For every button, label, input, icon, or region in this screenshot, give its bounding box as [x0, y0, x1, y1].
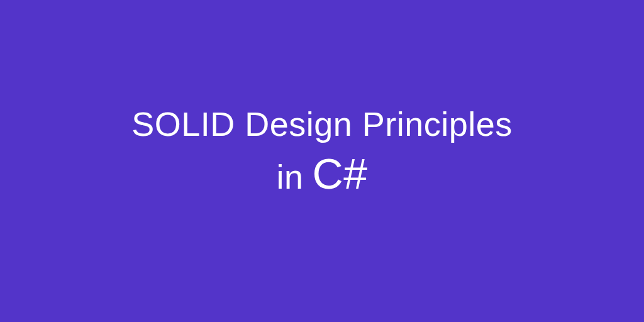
title-line-2-prefix: in: [277, 155, 304, 199]
title-line-2: in C#: [131, 146, 513, 201]
title-language: C#: [313, 146, 368, 201]
page-title: SOLID Design Principles in C#: [131, 102, 513, 202]
title-line-1: SOLID Design Principles: [131, 102, 513, 146]
